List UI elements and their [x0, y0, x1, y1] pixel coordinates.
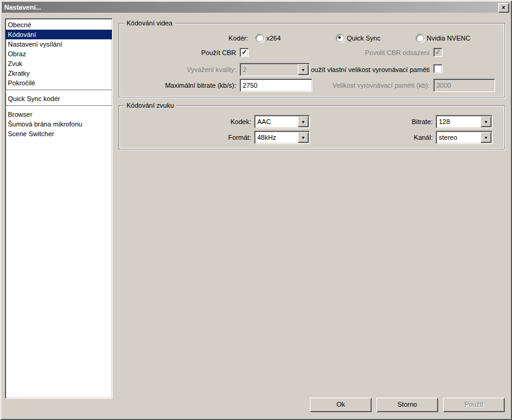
- cancel-button[interactable]: Storno: [376, 398, 438, 412]
- radio-quick-sync[interactable]: [336, 34, 344, 42]
- audio-bitrate-value: 128: [436, 118, 481, 125]
- format-dropdown-button[interactable]: ▼: [298, 132, 309, 143]
- chevron-down-icon: ▼: [484, 120, 488, 124]
- format-combo[interactable]: 48kHz ▼: [254, 131, 310, 144]
- channel-combo[interactable]: stereo ▼: [436, 131, 493, 144]
- channel-value: stereo: [436, 134, 481, 141]
- sidebar-item-obraz[interactable]: Obraz: [5, 49, 112, 59]
- custom-buffer-label: oužít vlastní velikost vyrovnávací pamět…: [306, 65, 430, 74]
- cbr-padding-label: Povolit CBR odsazení: [339, 48, 430, 57]
- audio-encoding-group-title: Kódování zvuku: [124, 101, 176, 110]
- format-label: Formát:: [182, 133, 251, 142]
- use-cbr-checkbox[interactable]: ✓: [240, 48, 249, 57]
- channel-label: Kanál:: [363, 133, 433, 142]
- apply-button: Použít: [443, 398, 505, 412]
- radio-x264-label[interactable]: x264: [266, 34, 281, 42]
- max-bitrate-label: Maximální bitrate (kb/s):: [145, 81, 236, 90]
- sidebar-separator: [5, 105, 112, 108]
- window-title: Nastavení...: [4, 4, 41, 11]
- buffer-size-label: Velikost vyrovnávací paměti (kb):: [306, 81, 430, 90]
- chevron-down-icon: ▼: [301, 120, 306, 124]
- sidebar-item-pokrocile[interactable]: Pokročilé: [5, 78, 112, 88]
- chevron-down-icon: ▼: [301, 68, 306, 72]
- codec-dropdown-button[interactable]: ▼: [298, 116, 309, 127]
- codec-value: AAC: [255, 118, 298, 125]
- radio-nvidia-nvenc-label[interactable]: Nvidia NVENC: [427, 34, 470, 42]
- video-encoding-group-title: Kódování videa: [124, 19, 175, 27]
- sidebar-separator: [5, 90, 112, 92]
- settings-dialog: Nastavení... × Obecné Kódování Nastavení…: [0, 0, 512, 420]
- audio-bitrate-combo[interactable]: 128 ▼: [436, 115, 493, 128]
- format-value: 48kHz: [255, 134, 298, 141]
- audio-bitrate-dropdown-button[interactable]: ▼: [481, 116, 491, 127]
- close-icon: ×: [502, 5, 505, 11]
- quality-balance-combo: 2 ▼: [240, 63, 310, 76]
- quality-balance-label: Vyvážení kvality:: [145, 65, 236, 74]
- codec-label: Kodek:: [182, 117, 251, 126]
- encoder-label: Kodér:: [145, 34, 248, 42]
- channel-dropdown-button[interactable]: ▼: [481, 132, 491, 143]
- title-bar[interactable]: Nastavení... ×: [2, 2, 510, 13]
- codec-combo[interactable]: AAC ▼: [254, 115, 310, 128]
- audio-bitrate-label: Bitrate:: [363, 117, 433, 126]
- sidebar-item-obecne[interactable]: Obecné: [5, 20, 112, 30]
- sidebar-item-kodovani[interactable]: Kódování: [5, 30, 112, 39]
- use-cbr-label: Použít CBR: [145, 48, 236, 57]
- radio-x264[interactable]: [255, 34, 264, 42]
- sidebar-item-zvuk[interactable]: Zvuk: [5, 59, 112, 68]
- custom-buffer-checkbox[interactable]: [433, 64, 442, 73]
- sidebar-item-nastaveni-vysilani[interactable]: Nastavení vysílání: [5, 39, 112, 49]
- cbr-padding-checkbox: ✓: [433, 48, 442, 57]
- radio-quick-sync-label[interactable]: Quick Sync: [347, 34, 381, 42]
- sidebar-item-browser[interactable]: Browser: [5, 110, 112, 119]
- radio-nvidia-nvenc[interactable]: [416, 34, 424, 42]
- close-button[interactable]: ×: [498, 3, 509, 13]
- sidebar-item-scene-switcher[interactable]: Scene Switcher: [5, 129, 112, 139]
- chevron-down-icon: ▼: [301, 136, 306, 140]
- checkmark-icon: ✓: [435, 49, 441, 56]
- sidebar-item-quick-sync-koder[interactable]: Quick Sync kodér: [5, 94, 112, 103]
- sidebar-item-sumova-brana[interactable]: Šumová brána mikrofonu: [5, 119, 112, 129]
- settings-category-list[interactable]: Obecné Kódování Nastavení vysílání Obraz…: [5, 18, 113, 399]
- ok-button[interactable]: Ok: [310, 398, 372, 412]
- sidebar-item-zkratky[interactable]: Zkratky: [5, 68, 112, 78]
- checkmark-icon: ✓: [241, 49, 247, 56]
- buffer-size-input: [433, 79, 495, 92]
- chevron-down-icon: ▼: [484, 136, 488, 140]
- quality-balance-value: 2: [240, 66, 298, 73]
- max-bitrate-input[interactable]: [240, 79, 312, 92]
